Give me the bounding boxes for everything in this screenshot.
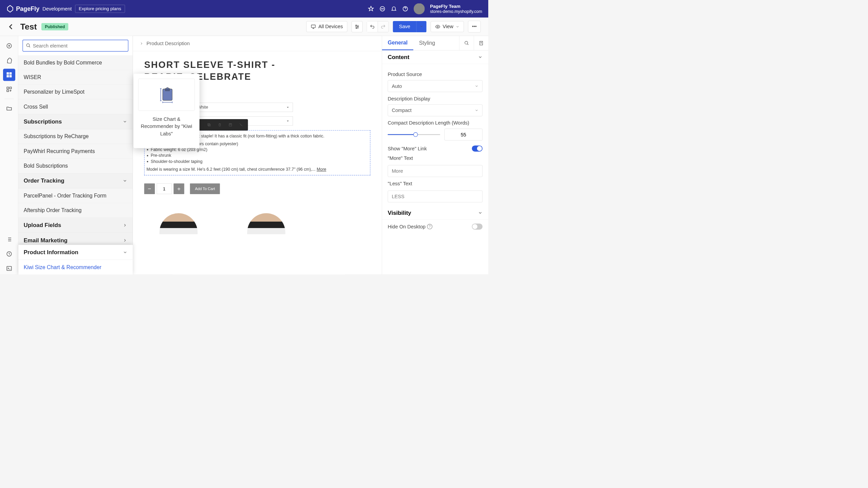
toolbar-save-button[interactable]	[225, 121, 236, 129]
help-icon[interactable]	[402, 6, 408, 12]
compact-length-slider[interactable]	[388, 134, 440, 135]
element-item[interactable]: PayWhirl Recurring Payments	[18, 144, 133, 158]
more-button[interactable]	[468, 21, 480, 32]
svg-point-3	[383, 8, 384, 9]
devices-button[interactable]: All Devices	[307, 21, 348, 32]
element-item[interactable]: WISER	[18, 70, 133, 85]
toolbar-duplicate-button[interactable]	[204, 121, 215, 129]
size-chart-icon	[157, 85, 176, 104]
rail-outline-button[interactable]	[3, 233, 15, 245]
list-indent-icon	[6, 236, 12, 242]
category-order-tracking[interactable]: Order Tracking	[18, 173, 133, 188]
chevron-down-icon	[456, 25, 459, 29]
element-preview-card[interactable]: Size Chart & Recommender by "Kiwi Labs"	[134, 74, 200, 148]
svg-rect-16	[7, 75, 8, 77]
element-item[interactable]: Subscriptions by ReCharge	[18, 129, 133, 144]
undo-button[interactable]	[367, 21, 378, 32]
back-arrow-icon[interactable]	[8, 23, 15, 30]
rail-sections-button[interactable]	[3, 83, 15, 95]
section-visibility-header[interactable]: Visibility	[382, 206, 488, 220]
show-more-toggle[interactable]	[472, 146, 483, 152]
brand-logo[interactable]: PageFly Development	[6, 5, 72, 13]
element-item[interactable]: Bold Subscriptions	[18, 158, 133, 173]
element-item[interactable]: Aftership Order Tracking	[18, 203, 133, 218]
search-element-input[interactable]	[22, 40, 128, 52]
chevron-down-icon	[475, 84, 478, 88]
description-line: Model is wearing a size M. He's 6.2 feet…	[146, 166, 368, 172]
chevron-down-icon	[123, 250, 127, 255]
more-text-input[interactable]	[388, 165, 483, 177]
description-display-select[interactable]: Compact	[388, 105, 483, 116]
add-to-cart-button[interactable]: Add To Cart	[190, 183, 220, 194]
svg-point-12	[475, 26, 476, 27]
category-upload-fields[interactable]: Upload Fields	[18, 218, 133, 233]
category-product-information[interactable]: Product Information	[18, 245, 133, 260]
elements-panel: Bold Bundles by Bold Commerce WISER Pers…	[18, 36, 133, 275]
grid-icon	[6, 72, 12, 78]
view-label: View	[443, 24, 453, 30]
element-item[interactable]: Bold Bundles by Bold Commerce	[18, 55, 133, 70]
props-search-button[interactable]	[459, 36, 474, 50]
terminal-icon	[6, 265, 12, 271]
svg-rect-27	[208, 124, 210, 126]
category-subscriptions[interactable]: Subscriptions	[18, 114, 133, 129]
pagefly-logo-icon	[6, 5, 14, 13]
clock-icon	[6, 251, 12, 257]
redo-button[interactable]	[378, 21, 389, 32]
svg-rect-5	[311, 25, 315, 27]
sliders-icon	[354, 24, 360, 30]
team-info[interactable]: PageFly Team stores-demo.myshopify.com	[430, 3, 482, 14]
rail-shopify-button[interactable]	[3, 54, 15, 67]
undo-icon	[370, 24, 375, 30]
tab-general[interactable]: General	[382, 36, 413, 50]
slider-thumb[interactable]	[413, 132, 418, 137]
svg-rect-28	[229, 124, 232, 126]
rail-history-button[interactable]	[3, 248, 15, 260]
grid-add-icon	[6, 86, 12, 92]
breadcrumb[interactable]: Product Description	[133, 36, 382, 51]
explore-pricing-button[interactable]: Explore pricing plans	[75, 5, 125, 13]
element-item[interactable]: Cross Sell	[18, 99, 133, 114]
save-dropdown-button[interactable]	[416, 21, 427, 32]
less-text-input[interactable]	[388, 190, 483, 202]
compact-length-input[interactable]	[445, 129, 483, 140]
rail-folder-button[interactable]	[3, 102, 15, 115]
properties-panel: General Styling Content Product Source A…	[382, 36, 488, 275]
props-note-button[interactable]	[474, 36, 488, 50]
more-text-label: "More" Text	[388, 155, 483, 161]
svg-rect-20	[7, 90, 8, 92]
svg-point-2	[382, 8, 383, 9]
toolbar-hide-button[interactable]	[236, 121, 246, 129]
view-button[interactable]: View	[431, 21, 464, 32]
star-icon[interactable]	[368, 6, 374, 12]
qty-decrease-button[interactable]: −	[144, 183, 155, 194]
user-avatar[interactable]	[414, 3, 425, 15]
qty-input[interactable]	[157, 183, 172, 194]
description-bullet: Shoulder-to-shoulder taping	[151, 158, 368, 164]
team-name: PageFly Team	[430, 3, 482, 9]
rail-add-button[interactable]	[3, 40, 15, 52]
rail-code-button[interactable]	[3, 262, 15, 275]
element-item[interactable]: Personalizer by LimeSpot	[18, 85, 133, 99]
settings-button[interactable]	[352, 21, 363, 32]
tab-styling[interactable]: Styling	[413, 36, 441, 50]
save-button[interactable]: Save	[393, 21, 416, 32]
chevron-down-icon	[475, 109, 478, 112]
svg-point-1	[381, 8, 382, 9]
chat-icon[interactable]	[379, 6, 386, 12]
help-tooltip-icon[interactable]: ?	[427, 224, 432, 229]
toolbar-delete-button[interactable]	[214, 121, 225, 129]
hide-desktop-label: Hide On Desktop ?	[388, 224, 433, 229]
hide-desktop-toggle[interactable]	[472, 224, 483, 230]
element-item[interactable]: ParcelPanel - Order Tracking Form	[18, 188, 133, 203]
element-item-kiwi[interactable]: Kiwi Size Chart & Recommender	[18, 260, 133, 275]
section-content-header[interactable]: Content	[382, 51, 488, 64]
bell-icon[interactable]	[391, 6, 397, 12]
product-source-select[interactable]: Auto	[388, 80, 483, 92]
qty-increase-button[interactable]: +	[174, 183, 184, 194]
more-link[interactable]: More	[317, 167, 326, 171]
svg-point-10	[472, 26, 473, 27]
variant-color-select[interactable]: White	[194, 103, 293, 112]
rail-elements-button[interactable]	[3, 69, 15, 81]
left-rail	[0, 36, 18, 275]
